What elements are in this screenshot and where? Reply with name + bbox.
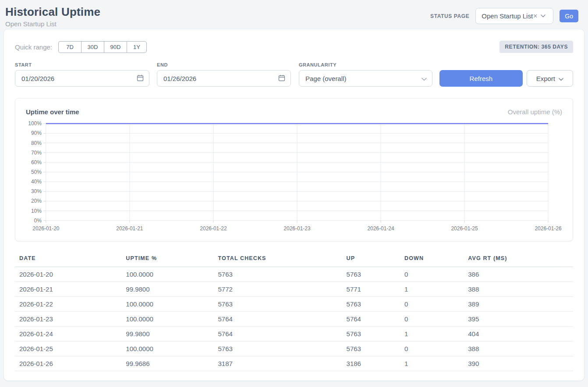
table-cell: 0 <box>400 297 464 312</box>
x-axis-tick-label: 2026-01-24 <box>367 225 394 232</box>
filters-row: START 01/20/2026 END 01/26/2026 GRANULAR… <box>15 62 573 87</box>
y-axis-tick-label: 40% <box>31 179 42 185</box>
y-axis-tick-label: 10% <box>31 208 42 214</box>
table-cell: 3186 <box>342 356 400 371</box>
granularity-select[interactable]: Page (overall) <box>299 70 432 87</box>
table-cell: 2026-01-22 <box>15 297 121 312</box>
quick-range-7d[interactable]: 7D <box>58 41 81 53</box>
table-cell: 0 <box>400 312 464 327</box>
table-cell: 99.9800 <box>121 327 213 341</box>
column-header: DATE <box>15 252 121 267</box>
refresh-button[interactable]: Refresh <box>439 70 523 87</box>
table-cell: 5763 <box>342 341 400 356</box>
status-page-selected-value: Open Startup List <box>482 12 533 20</box>
table-cell: 2026-01-20 <box>15 267 121 282</box>
y-axis-tick-label: 100% <box>28 120 42 127</box>
start-date-label: START <box>15 62 149 67</box>
granularity-label: GRANULARITY <box>299 62 432 67</box>
table-cell: 388 <box>464 341 573 356</box>
table-cell: 5764 <box>342 312 400 327</box>
x-axis-tick-label: 2026-01-21 <box>116 225 143 232</box>
chart-title: Uptime over time <box>26 108 79 116</box>
quick-range-group: 7D30D90D1Y <box>58 41 147 53</box>
table-cell: 0 <box>400 267 464 282</box>
table-cell: 3187 <box>214 356 342 371</box>
table-cell: 99.9800 <box>121 282 213 297</box>
table-cell: 5763 <box>214 267 342 282</box>
clear-selection-icon[interactable]: × <box>533 12 537 20</box>
table-cell: 5763 <box>342 267 400 282</box>
table-row: 2026-01-22100.0000576357630389 <box>15 297 573 312</box>
table-cell: 5763 <box>342 327 400 341</box>
table-cell: 5763 <box>214 341 342 356</box>
table-cell: 100.0000 <box>121 267 213 282</box>
table-cell: 1 <box>400 282 464 297</box>
column-header: DOWN <box>400 252 464 267</box>
y-axis-tick-label: 70% <box>31 150 42 156</box>
x-axis-tick-label: 2026-01-25 <box>451 225 478 232</box>
x-axis-tick-label: 2026-01-22 <box>200 225 227 232</box>
y-axis-tick-label: 50% <box>31 169 42 175</box>
y-axis-tick-label: 20% <box>31 198 42 204</box>
uptime-chart-card: Uptime over time Overall uptime (%) 0%10… <box>15 98 573 241</box>
table-cell: 100.0000 <box>121 297 213 312</box>
quick-range-30d[interactable]: 30D <box>81 41 104 53</box>
y-axis-tick-label: 30% <box>31 188 42 194</box>
chevron-down-icon <box>559 75 563 82</box>
table-cell: 2026-01-25 <box>15 341 121 356</box>
quick-range-90d[interactable]: 90D <box>104 41 127 53</box>
table-cell: 2026-01-23 <box>15 312 121 327</box>
table-cell: 5763 <box>342 297 400 312</box>
chevron-down-icon <box>422 75 427 82</box>
table-cell: 100.0000 <box>121 312 213 327</box>
quick-range-row: Quick range: 7D30D90D1Y RETENTION: 365 D… <box>15 41 573 53</box>
table-cell: 5771 <box>342 282 400 297</box>
quick-range-left: Quick range: 7D30D90D1Y <box>15 41 147 53</box>
export-button-label: Export <box>536 75 555 82</box>
granularity-selected-value: Page (overall) <box>305 75 346 82</box>
end-date-input[interactable]: 01/26/2026 <box>157 70 291 87</box>
y-axis-tick-label: 60% <box>31 159 42 165</box>
x-axis-tick-label: 2026-01-23 <box>283 225 311 232</box>
page-subtitle: Open Startup List <box>5 20 100 28</box>
x-axis-tick-label: 2026-01-20 <box>32 225 60 232</box>
export-button[interactable]: Export <box>527 70 573 87</box>
retention-badge: RETENTION: 365 DAYS <box>499 41 573 53</box>
y-axis-tick-label: 90% <box>31 130 42 136</box>
calendar-icon[interactable] <box>278 74 285 83</box>
main-panel: Quick range: 7D30D90D1Y RETENTION: 365 D… <box>4 29 584 381</box>
table-cell: 100.0000 <box>121 341 213 356</box>
end-date-field-group: END 01/26/2026 <box>157 62 291 87</box>
end-date-value: 01/26/2026 <box>163 75 196 82</box>
table-row: 2026-01-2199.9800577257711388 <box>15 282 573 297</box>
table-cell: 386 <box>464 267 573 282</box>
column-header: TOTAL CHECKS <box>214 252 342 267</box>
table-cell: 99.9686 <box>121 356 213 371</box>
go-button[interactable]: Go <box>560 10 578 22</box>
calendar-icon[interactable] <box>137 74 144 83</box>
status-page-label: STATUS PAGE <box>430 13 469 19</box>
table-header-row: DATEUPTIME %TOTAL CHECKSUPDOWNAVG RT (MS… <box>15 252 573 267</box>
table-cell: 2026-01-21 <box>15 282 121 297</box>
granularity-field-group: GRANULARITY Page (overall) <box>299 62 432 87</box>
table-cell: 1 <box>400 356 464 371</box>
table-cell: 5772 <box>214 282 342 297</box>
table-cell: 2026-01-24 <box>15 327 121 341</box>
header-right: STATUS PAGE Open Startup List × Go <box>430 8 578 24</box>
uptime-table: DATEUPTIME %TOTAL CHECKSUPDOWNAVG RT (MS… <box>15 252 573 371</box>
start-date-field-group: START 01/20/2026 <box>15 62 149 87</box>
uptime-line-chart: 0%10%20%30%40%50%60%70%80%90%100%2026-01… <box>26 119 562 234</box>
table-cell: 390 <box>464 356 573 371</box>
table-cell: 2026-01-26 <box>15 356 121 371</box>
start-date-input[interactable]: 01/20/2026 <box>15 70 149 87</box>
table-cell: 5763 <box>214 297 342 312</box>
y-axis-tick-label: 80% <box>31 140 42 146</box>
column-header: AVG RT (MS) <box>464 252 573 267</box>
status-page-select[interactable]: Open Startup List × <box>475 8 553 24</box>
column-header: UP <box>342 252 400 267</box>
table-cell: 389 <box>464 297 573 312</box>
chart-header: Uptime over time Overall uptime (%) <box>26 108 562 116</box>
start-date-value: 01/20/2026 <box>21 75 54 82</box>
table-body: 2026-01-20100.00005763576303862026-01-21… <box>15 267 573 371</box>
quick-range-1y[interactable]: 1Y <box>127 41 147 53</box>
